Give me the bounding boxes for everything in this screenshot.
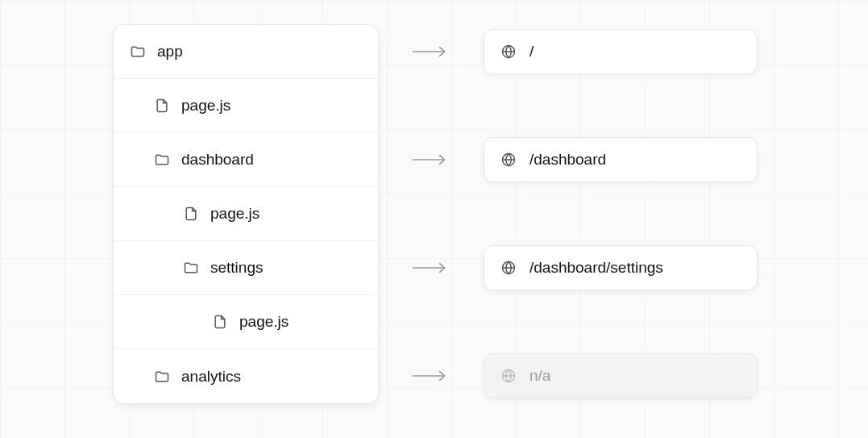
file-icon (154, 98, 170, 114)
tree-row-dashboard: dashboard (114, 133, 378, 187)
tree-row-settings: settings (114, 241, 378, 295)
url-label: /dashboard/settings (530, 259, 663, 277)
arrow-icon (411, 42, 451, 61)
folder-icon (154, 369, 170, 385)
url-pill: n/a (484, 353, 758, 398)
tree-row-app: app (114, 25, 378, 79)
file-icon (212, 314, 228, 330)
tree-row-label: analytics (181, 368, 241, 386)
tree-row-page: page.js (114, 187, 378, 241)
globe-icon (500, 368, 517, 384)
arrow-icon (411, 258, 451, 277)
url-pill: / (484, 29, 758, 74)
url-pill: /dashboard/settings (484, 245, 758, 290)
folder-icon (154, 152, 170, 168)
tree-row-page: page.js (114, 79, 378, 133)
tree-row-page: page.js (114, 295, 378, 349)
url-label: n/a (530, 367, 550, 385)
folder-icon (183, 260, 199, 276)
file-icon (183, 206, 199, 222)
file-tree: app page.js dashboard page.js settings (113, 24, 379, 404)
tree-row-label: app (157, 43, 183, 60)
folder-icon (130, 44, 146, 60)
tree-row-analytics: analytics (114, 349, 378, 403)
arrow-icon (411, 366, 451, 386)
arrow-icon (411, 150, 451, 169)
url-label: / (530, 43, 534, 60)
tree-row-label: dashboard (181, 151, 254, 169)
tree-row-label: page.js (181, 97, 230, 115)
tree-row-label: settings (210, 259, 263, 277)
tree-row-label: page.js (210, 205, 260, 223)
globe-icon (500, 260, 517, 276)
globe-icon (500, 152, 517, 168)
url-pill: /dashboard (484, 137, 758, 182)
url-label: /dashboard (530, 151, 606, 169)
globe-icon (500, 44, 517, 60)
tree-row-label: page.js (239, 313, 289, 331)
